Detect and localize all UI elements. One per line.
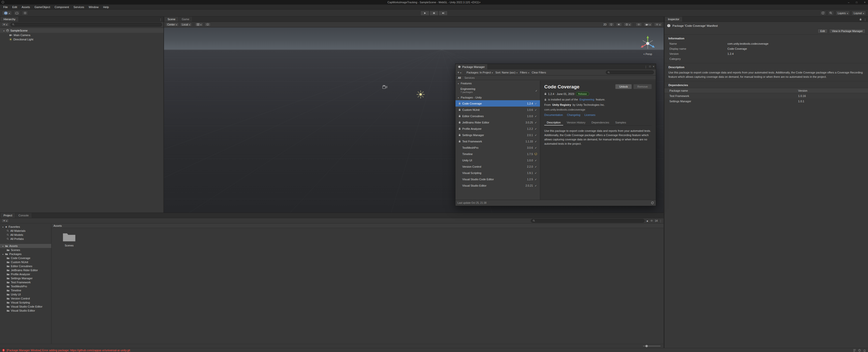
grid-snap-button[interactable]: [195, 23, 203, 27]
hierarchy-item-directional-light[interactable]: Directional Light: [0, 37, 163, 41]
package-folder-row[interactable]: Timeline: [0, 288, 51, 292]
project-search-input[interactable]: [536, 219, 643, 222]
gizmos-dropdown[interactable]: [654, 23, 662, 27]
cloud-button[interactable]: [14, 10, 20, 16]
menu-item[interactable]: GameObject: [32, 5, 53, 9]
features-section-header[interactable]: Features: [456, 81, 540, 86]
package-search[interactable]: [606, 70, 654, 74]
scene-camera-dropdown[interactable]: [644, 23, 652, 27]
assets-folder-row[interactable]: Assets: [0, 244, 51, 248]
foldout-icon[interactable]: [2, 244, 4, 247]
panel-menu-icon[interactable]: [159, 17, 162, 22]
menu-item[interactable]: Edit: [10, 5, 20, 9]
package-folder-row[interactable]: Code Coverage: [0, 256, 51, 260]
perspective-toggle[interactable]: < Persp: [639, 53, 657, 56]
effects-dropdown[interactable]: [624, 23, 632, 27]
favorite-search-item[interactable]: All Models: [0, 233, 51, 237]
minimize-button[interactable]: –: [848, 1, 849, 4]
axis-orientation-gizmo[interactable]: [639, 34, 657, 53]
favorite-search-item[interactable]: All Prefabs: [0, 237, 51, 241]
eye-icon[interactable]: [650, 220, 653, 222]
favorites-root[interactable]: Favorites: [0, 225, 51, 229]
subtab-all[interactable]: All: [458, 76, 461, 79]
close-icon[interactable]: ×: [653, 65, 654, 68]
window-menu-icon[interactable]: [645, 64, 647, 69]
account-dropdown[interactable]: AM: [2, 10, 12, 16]
sort-dropdown[interactable]: Sort: Name (asc): [495, 71, 517, 74]
maximize-icon[interactable]: □: [649, 65, 651, 68]
package-folder-row[interactable]: Test Framework: [0, 280, 51, 284]
maximize-button[interactable]: □: [856, 1, 858, 4]
hierarchy-search[interactable]: [10, 23, 162, 27]
package-folder-row[interactable]: Editor Coroutines: [0, 264, 51, 268]
tab-game[interactable]: Game: [179, 17, 192, 22]
clear-filters-button[interactable]: Clear Filters: [532, 71, 546, 74]
pivot-dropdown[interactable]: Center: [165, 23, 179, 27]
package-folder-row[interactable]: Visual Studio Editor: [0, 309, 51, 313]
tab-console[interactable]: Console: [16, 213, 32, 218]
foldout-icon[interactable]: [3, 29, 5, 32]
undo-history-button[interactable]: [820, 10, 826, 16]
lighting-toggle[interactable]: [608, 23, 614, 27]
package-list-item[interactable]: Visual Scripting 1.9.1: [456, 170, 540, 176]
dependency-row[interactable]: Settings Manager 1.0.1: [664, 98, 868, 104]
package-folder-row[interactable]: TextMeshPro: [0, 284, 51, 288]
orientation-dropdown[interactable]: Local: [180, 23, 192, 27]
package-folder-row[interactable]: Unity UI: [0, 292, 51, 296]
camera-gizmo-icon[interactable]: [382, 85, 387, 89]
project-search[interactable]: [531, 219, 645, 223]
package-list-item[interactable]: JetBrains Rider Editor 3.0.25: [456, 119, 540, 125]
feature-item-engineering[interactable]: Engineering 7 packages: [456, 86, 540, 95]
package-folder-row[interactable]: Custom NUnit: [0, 260, 51, 264]
activity-icon[interactable]: [858, 349, 861, 352]
menu-item[interactable]: Component: [52, 5, 71, 9]
package-detail-tab[interactable]: Dependencies: [589, 120, 612, 125]
scenes-folder-row[interactable]: Scenes: [0, 248, 51, 252]
audio-toggle[interactable]: [616, 23, 622, 27]
package-folder-row[interactable]: Profile Analyzer: [0, 272, 51, 276]
package-list-item[interactable]: Unity UI 1.0.0: [456, 157, 540, 164]
asset-tile[interactable]: Scenes: [58, 232, 80, 247]
unlock-button[interactable]: Unlock: [615, 84, 632, 89]
view-in-package-manager-button[interactable]: View in Package Manager: [829, 29, 866, 33]
tab-package-manager[interactable]: Package Manager: [456, 64, 487, 69]
package-folder-row[interactable]: Visual Studio Code Editor: [0, 304, 51, 309]
package-list-item[interactable]: Editor Coroutines 1.0.0: [456, 113, 540, 119]
menu-item[interactable]: File: [1, 5, 10, 9]
add-package-button[interactable]: [458, 71, 461, 74]
lock-icon[interactable]: [860, 18, 862, 21]
play-button[interactable]: [421, 10, 430, 16]
scene-visibility-toggle[interactable]: [636, 23, 642, 27]
slider-thumb[interactable]: [646, 345, 648, 347]
package-folder-row[interactable]: JetBrains Rider Editor: [0, 268, 51, 272]
menu-item[interactable]: Assets: [20, 5, 32, 9]
snap-increment-button[interactable]: [205, 23, 211, 27]
package-folder-row[interactable]: Visual Scripting: [0, 300, 51, 304]
package-list-item[interactable]: Visual Studio Code Editor 1.2.5: [456, 176, 540, 182]
close-button[interactable]: ×: [864, 1, 866, 4]
create-menu-button[interactable]: [1, 23, 9, 27]
package-search-input[interactable]: [611, 71, 652, 74]
package-list-item[interactable]: Code Coverage 1.2.4: [456, 100, 540, 107]
icon-size-slider[interactable]: [643, 346, 660, 347]
menu-item[interactable]: Window: [87, 5, 101, 9]
package-list-item[interactable]: TextMeshPro 3.0.6: [456, 144, 540, 151]
package-list-item[interactable]: Test Framework 1.1.33: [456, 138, 540, 144]
pause-button[interactable]: [430, 10, 438, 16]
console-icon[interactable]: [853, 349, 856, 352]
toggle-2d[interactable]: 2D: [603, 23, 607, 26]
package-list-item[interactable]: Settings Manager 2.0.1: [456, 132, 540, 138]
tab-project[interactable]: Project: [0, 213, 16, 218]
console-status-message[interactable]: [Package Manager Window] Error adding pa…: [0, 348, 868, 352]
package-list-item[interactable]: Visual Studio Editor 2.0.21: [456, 182, 540, 188]
foldout-icon[interactable]: [2, 253, 4, 256]
tab-hierarchy[interactable]: Hierarchy: [0, 17, 19, 22]
remove-button[interactable]: Remove: [633, 84, 652, 89]
subtab-services[interactable]: Services: [465, 76, 475, 79]
package-detail-tab[interactable]: Description: [544, 120, 563, 125]
dependency-row[interactable]: Test Framework 1.0.16: [664, 93, 868, 98]
create-menu-button[interactable]: [1, 219, 9, 223]
package-list-item[interactable]: Custom NUnit 1.0.6: [456, 107, 540, 113]
package-detail-tab[interactable]: Version History: [564, 120, 588, 125]
hierarchy-search-input[interactable]: [16, 23, 160, 26]
